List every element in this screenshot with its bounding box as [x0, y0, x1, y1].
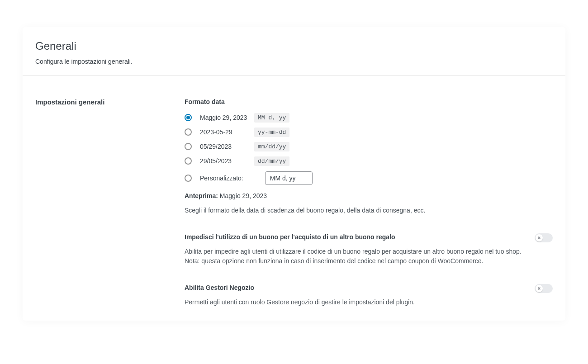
toggle-switch[interactable]: [535, 284, 553, 293]
section-sidebar: Impostazioni generali: [35, 98, 185, 307]
date-format-option[interactable]: Maggio 29, 2023 MM d, yy: [185, 111, 553, 124]
toggle-description: Permetti agli utenti con ruolo Gestore n…: [185, 298, 553, 307]
date-format-code: dd/mm/yy: [254, 156, 289, 166]
section-title: Impostazioni generali: [35, 98, 185, 106]
toggle-label: Impedisci l'utilizzo di un buono per l'a…: [185, 233, 526, 241]
section-content: Formato data Maggio 29, 2023 MM d, yy 20…: [185, 98, 553, 307]
date-format-example: Maggio 29, 2023: [200, 114, 254, 121]
date-format-code: yy-mm-dd: [254, 128, 289, 137]
toggle-label: Abilita Gestori Negozio: [185, 284, 526, 291]
date-format-label: Formato data: [185, 98, 553, 105]
page-subtitle: Configura le impostazioni generali.: [35, 58, 553, 65]
date-format-custom-label: Personalizzato:: [200, 175, 243, 182]
radio-input[interactable]: [185, 157, 192, 165]
close-icon: [536, 234, 543, 241]
date-format-example: 29/05/2023: [200, 157, 254, 165]
radio-input[interactable]: [185, 175, 192, 182]
close-icon: [536, 285, 543, 292]
date-format-option[interactable]: 2023-05-29 yy-mm-dd: [185, 125, 553, 139]
toggle-prevent-gift-card: Impedisci l'utilizzo di un buono per l'a…: [185, 233, 553, 266]
date-format-field: Formato data Maggio 29, 2023 MM d, yy 20…: [185, 98, 553, 215]
date-format-example: 05/29/2023: [200, 143, 254, 150]
date-format-example: 2023-05-29: [200, 128, 254, 136]
date-format-help: Scegli il formato della data di scadenza…: [185, 206, 553, 215]
date-format-custom-input[interactable]: [265, 171, 313, 185]
card-header: Generali Configura le impostazioni gener…: [23, 27, 565, 76]
toggle-switch[interactable]: [535, 233, 553, 242]
radio-input[interactable]: [185, 114, 192, 121]
radio-input[interactable]: [185, 128, 192, 136]
date-format-option[interactable]: 05/29/2023 mm/dd/yy: [185, 140, 553, 153]
toggle-description: Abilita per impedire agli utenti di util…: [185, 247, 553, 266]
date-format-preview: Anteprima: Maggio 29, 2023: [185, 192, 553, 199]
date-format-option[interactable]: 29/05/2023 dd/mm/yy: [185, 154, 553, 168]
page-title: Generali: [35, 40, 553, 52]
settings-card: Generali Configura le impostazioni gener…: [23, 27, 565, 321]
radio-input[interactable]: [185, 143, 192, 150]
preview-value: Maggio 29, 2023: [220, 192, 267, 199]
date-format-code: mm/dd/yy: [254, 142, 289, 151]
date-format-option-custom[interactable]: Personalizzato:: [185, 171, 553, 185]
toggle-shop-managers: Abilita Gestori Negozio Permetti agli ut…: [185, 284, 553, 307]
date-format-code: MM d, yy: [254, 113, 289, 123]
preview-label: Anteprima:: [185, 192, 218, 199]
card-body: Impostazioni generali Formato data Maggi…: [23, 76, 565, 321]
